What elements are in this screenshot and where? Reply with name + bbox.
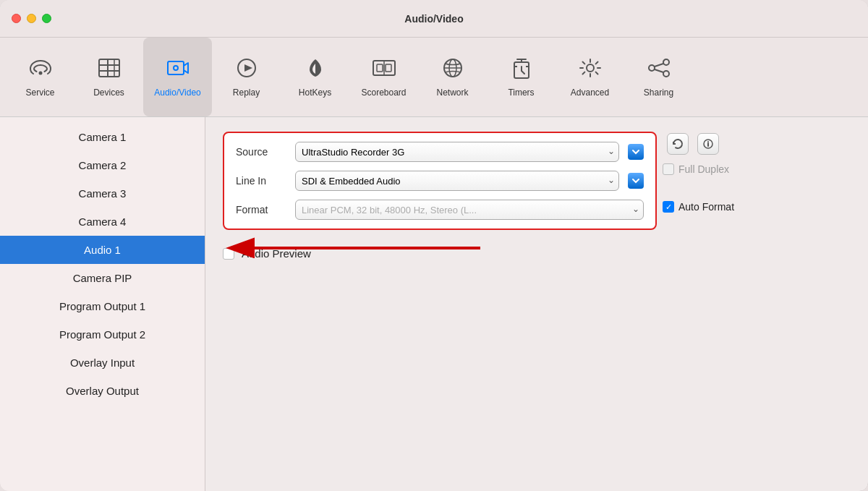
- close-button[interactable]: [12, 14, 21, 23]
- toolbar-item-service[interactable]: Service: [6, 38, 75, 116]
- svg-line-23: [655, 64, 663, 67]
- sharing-icon: [646, 56, 672, 83]
- advanced-icon: [577, 56, 603, 83]
- auto-format-label: Auto Format: [678, 201, 734, 213]
- audio-preview-checkbox[interactable]: [223, 248, 234, 260]
- svg-point-22: [663, 71, 669, 77]
- svg-rect-1: [99, 59, 119, 77]
- sidebar-item-camera1[interactable]: Camera 1: [0, 123, 205, 151]
- format-select[interactable]: Linear PCM, 32 bit, 48000 Hz, Stereo (L.…: [295, 200, 644, 220]
- window-controls: [12, 14, 51, 23]
- auto-format-checkbox[interactable]: ✓: [663, 201, 674, 213]
- side-buttons: Full Duplex ✓ Auto Format: [663, 133, 734, 213]
- svg-point-7: [174, 66, 178, 70]
- line-in-select[interactable]: SDI & Embedded Audio: [295, 171, 619, 191]
- replay-icon: [234, 56, 260, 83]
- line-in-dropdown-button[interactable]: [628, 173, 644, 189]
- toolbar: Service Devices: [0, 38, 868, 117]
- minimize-button[interactable]: [27, 14, 36, 23]
- title-bar: Audio/Video: [0, 0, 868, 38]
- app-window: Audio/Video Service: [0, 0, 868, 491]
- scoreboard-label: Scoreboard: [361, 87, 406, 98]
- network-icon: [440, 56, 466, 83]
- svg-rect-12: [386, 64, 391, 72]
- toolbar-item-hotkeys[interactable]: HotKeys: [281, 38, 349, 116]
- source-label: Source: [236, 146, 286, 158]
- content-area: Source UltraStudio Recorder 3G Line In: [205, 117, 868, 491]
- sidebar-item-camera4[interactable]: Camera 4: [0, 208, 205, 236]
- sidebar: Camera 1 Camera 2 Camera 3 Camera 4 Audi…: [0, 117, 205, 491]
- format-row: Format Linear PCM, 32 bit, 48000 Hz, Ste…: [236, 200, 644, 220]
- audio-preview-row: Audio Preview: [223, 247, 851, 260]
- sidebar-item-camera-pip[interactable]: Camera PIP: [0, 264, 205, 292]
- toolbar-item-scoreboard[interactable]: Scoreboard: [349, 38, 418, 116]
- source-dropdown-button[interactable]: [628, 144, 644, 160]
- source-select-wrapper: UltraStudio Recorder 3G: [295, 142, 619, 162]
- audio-video-icon: [165, 56, 191, 83]
- format-select-wrapper: Linear PCM, 32 bit, 48000 Hz, Stereo (L.…: [295, 200, 644, 220]
- advanced-label: Advanced: [571, 87, 609, 98]
- toolbar-item-sharing[interactable]: Sharing: [624, 38, 693, 116]
- svg-point-27: [707, 141, 709, 142]
- replay-label: Replay: [233, 87, 260, 98]
- devices-label: Devices: [93, 87, 124, 98]
- devices-icon: [96, 56, 122, 83]
- sidebar-item-program-output-1[interactable]: Program Output 1: [0, 292, 205, 320]
- source-row: Source UltraStudio Recorder 3G: [236, 142, 644, 162]
- main-content: Camera 1 Camera 2 Camera 3 Camera 4 Audi…: [0, 117, 868, 491]
- sidebar-item-camera3[interactable]: Camera 3: [0, 179, 205, 208]
- info-button[interactable]: [697, 133, 719, 155]
- svg-rect-11: [377, 64, 383, 72]
- format-label: Format: [236, 204, 286, 215]
- full-duplex-checkbox[interactable]: [663, 163, 674, 175]
- line-in-label: Line In: [236, 175, 286, 187]
- sidebar-item-audio1[interactable]: Audio 1: [0, 236, 205, 264]
- network-label: Network: [436, 87, 468, 98]
- scoreboard-icon: [371, 56, 397, 83]
- service-label: Service: [25, 87, 54, 98]
- toolbar-item-advanced[interactable]: Advanced: [556, 38, 624, 116]
- toolbar-item-timers[interactable]: Timers: [487, 38, 556, 116]
- toolbar-item-replay[interactable]: Replay: [212, 38, 281, 116]
- audio-preview-label: Audio Preview: [242, 247, 311, 260]
- auto-format-area: ✓ Auto Format: [663, 201, 734, 213]
- window-title: Audio/Video: [404, 13, 463, 25]
- sidebar-item-overlay-input[interactable]: Overlay Input: [0, 349, 205, 377]
- line-in-row: Line In SDI & Embedded Audio: [236, 171, 644, 191]
- sidebar-item-camera2[interactable]: Camera 2: [0, 151, 205, 179]
- full-duplex-label: Full Duplex: [678, 163, 729, 175]
- refresh-button[interactable]: [667, 133, 689, 155]
- source-select[interactable]: UltraStudio Recorder 3G: [295, 142, 619, 162]
- svg-point-19: [587, 64, 594, 72]
- toolbar-item-audio-video[interactable]: Audio/Video: [143, 38, 212, 116]
- full-duplex-area: Full Duplex: [663, 163, 734, 175]
- timers-icon: [509, 56, 535, 83]
- svg-point-20: [663, 59, 669, 65]
- svg-point-21: [649, 65, 655, 71]
- hotkeys-label: HotKeys: [299, 87, 331, 98]
- sidebar-item-overlay-output[interactable]: Overlay Output: [0, 377, 205, 405]
- svg-rect-6: [168, 61, 184, 74]
- toolbar-item-network[interactable]: Network: [418, 38, 487, 116]
- hotkeys-icon: [302, 56, 328, 83]
- svg-marker-9: [244, 64, 252, 72]
- svg-point-0: [38, 72, 42, 75]
- sidebar-item-program-output-2[interactable]: Program Output 2: [0, 320, 205, 349]
- audio-video-label: Audio/Video: [154, 87, 201, 98]
- line-in-select-wrapper: SDI & Embedded Audio: [295, 171, 619, 191]
- service-icon: [27, 56, 54, 83]
- svg-line-24: [655, 69, 663, 72]
- maximize-button[interactable]: [42, 14, 51, 23]
- source-settings-box: Source UltraStudio Recorder 3G Line In: [223, 132, 657, 230]
- toolbar-item-devices[interactable]: Devices: [75, 38, 143, 116]
- sharing-label: Sharing: [644, 87, 673, 98]
- timers-label: Timers: [508, 87, 534, 98]
